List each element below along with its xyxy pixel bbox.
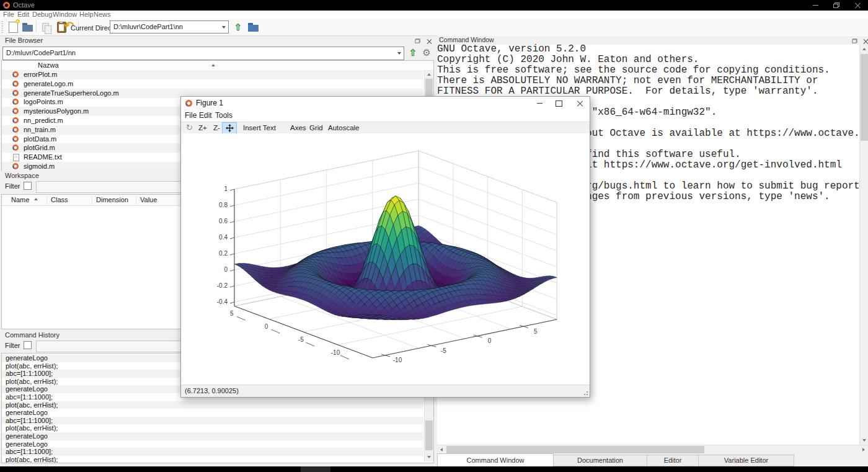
tab-command-window[interactable]: Command Window <box>437 453 554 466</box>
zoom-out-button[interactable]: Z- <box>213 123 220 133</box>
file-row[interactable]: generateLogo.m <box>2 79 423 89</box>
menu-window[interactable]: Window <box>53 11 77 18</box>
open-file-button[interactable] <box>20 20 34 33</box>
history-text: generateLogo <box>6 432 48 440</box>
console-line: There is ABSOLUTELY NO WARRANTY; not eve… <box>437 76 859 86</box>
windows-taskbar[interactable] <box>0 466 868 472</box>
file-browser-title: File Browser <box>5 37 43 44</box>
rotate-tool-icon[interactable]: ↻ <box>186 123 193 132</box>
file-browser-path-combobox[interactable]: D:/mluvr/CodePart1/nn <box>2 47 404 60</box>
file-list-column-header[interactable]: Nazwa <box>2 61 432 71</box>
tab-variable-editor[interactable]: Variable Editor <box>698 455 794 466</box>
history-entry[interactable]: plot(abc, errHist); <box>2 456 423 463</box>
file-row[interactable]: errorPlot.m <box>2 70 423 79</box>
svg-text:5: 5 <box>534 328 538 335</box>
scroll-up-button[interactable] <box>425 70 433 79</box>
history-entry[interactable]: plot(abc, errHist); <box>2 424 423 432</box>
history-entry[interactable]: generateLogo <box>2 409 423 417</box>
history-entry[interactable]: generateLogo <box>2 440 423 448</box>
undock-widget-button[interactable] <box>413 37 422 45</box>
workspace-filter-checkbox[interactable] <box>24 182 32 190</box>
history-entry[interactable]: abc=[1:1:1000]; <box>2 448 423 456</box>
figure-menu-file[interactable]: File <box>185 111 197 120</box>
svg-text:0.4: 0.4 <box>219 234 228 241</box>
file-name: nn_predict.m <box>24 117 63 124</box>
close-button[interactable] <box>847 0 868 11</box>
toolbar-drag-handle[interactable] <box>1 21 3 33</box>
scroll-up-button[interactable] <box>860 45 868 53</box>
menu-edit[interactable]: Edit <box>17 11 29 18</box>
grid-button[interactable]: Grid <box>309 123 323 133</box>
figure-maximize-button[interactable] <box>549 97 568 110</box>
console-line: This is free software; see the source co… <box>437 65 859 76</box>
figure-minimize-button[interactable] <box>530 97 549 110</box>
scroll-left-button[interactable] <box>437 445 446 454</box>
maximize-icon <box>556 100 562 107</box>
history-text: generateLogo <box>6 409 48 416</box>
menu-news[interactable]: News <box>94 11 111 18</box>
file-name: nn_train.m <box>24 126 56 133</box>
figure-close-button[interactable] <box>570 97 589 110</box>
col-name[interactable]: Name <box>11 196 29 203</box>
autoscale-button[interactable]: Autoscale <box>328 123 360 133</box>
scroll-down-button[interactable] <box>860 436 868 445</box>
history-entry[interactable]: generateLogo <box>2 432 423 440</box>
scroll-down-button[interactable] <box>425 453 433 461</box>
menu-file[interactable]: File <box>3 11 14 18</box>
fb-settings-button[interactable]: ⚙ <box>420 46 433 59</box>
scrollbar-thumb[interactable] <box>425 421 433 450</box>
minimize-icon <box>813 5 818 6</box>
figure-menu-tools[interactable]: Tools <box>215 111 232 120</box>
directory-up-button[interactable]: ⇧ <box>231 20 245 33</box>
menu-debug[interactable]: Debug <box>32 11 52 18</box>
command-window-hscrollbar[interactable] <box>437 445 868 454</box>
menu-bar: FileEditDebugWindowHelpNews <box>0 11 868 19</box>
tab-editor[interactable]: Editor <box>647 455 699 466</box>
command-window-title: Command Window <box>439 36 494 43</box>
copy-button[interactable] <box>38 20 52 33</box>
browse-directories-button[interactable] <box>246 20 260 33</box>
axes-button[interactable]: Axes <box>290 123 306 133</box>
close-widget-button[interactable] <box>425 37 433 45</box>
col-value[interactable]: Value <box>140 196 157 203</box>
zoom-in-button[interactable]: Z+ <box>198 123 207 133</box>
open-folder-icon <box>22 25 33 32</box>
file-name: mysteriousPolygon.m <box>24 107 89 115</box>
svg-text:0: 0 <box>224 266 228 273</box>
tab-documentation[interactable]: Documentation <box>553 455 647 466</box>
history-text: generateLogo <box>6 440 48 448</box>
close-icon <box>863 38 868 44</box>
figure-menu-edit[interactable]: Edit <box>199 111 212 120</box>
menu-help[interactable]: Help <box>79 11 94 18</box>
command-window-vscrollbar[interactable] <box>859 45 868 445</box>
scrollbar-thumb[interactable] <box>446 446 704 453</box>
history-filter-checkbox[interactable] <box>24 341 32 349</box>
new-script-button[interactable] <box>6 20 20 33</box>
insert-text-button[interactable]: Insert Text <box>243 123 276 133</box>
svg-text:0.2: 0.2 <box>219 250 228 257</box>
chevron-down-icon[interactable] <box>397 52 401 55</box>
surface-plot[interactable]: -10-50550-5-1010.80.60.40.20-0.2-0.4 <box>181 133 590 385</box>
scrollbar-thumb[interactable] <box>861 54 868 141</box>
close-widget-button[interactable] <box>861 37 868 45</box>
svg-text:-0.4: -0.4 <box>217 298 228 305</box>
restore-button[interactable] <box>826 0 847 11</box>
taskbar-item[interactable] <box>301 466 330 472</box>
resize-grip[interactable] <box>582 390 588 396</box>
fb-directory-up-button[interactable]: ⇧ <box>406 46 420 59</box>
svg-text:-5: -5 <box>441 347 446 354</box>
current-directory-combobox[interactable]: D:\mluvr\CodePart1\nn <box>110 20 229 33</box>
scroll-right-button[interactable] <box>859 445 868 454</box>
col-class[interactable]: Class <box>51 196 68 203</box>
pan-tool-button-selected[interactable] <box>222 122 237 134</box>
figure-title: Figure 1 <box>196 99 223 107</box>
history-entry[interactable]: abc=[1:1:1000]; <box>2 417 423 425</box>
history-entry[interactable]: plot(abc, errHist); <box>2 401 423 409</box>
figure-canvas[interactable]: -10-50550-5-1010.80.60.40.20-0.2-0.4 <box>181 133 590 385</box>
close-icon <box>427 38 432 44</box>
command-window-header: Command Window <box>437 36 868 45</box>
col-dimension[interactable]: Dimension <box>96 196 128 203</box>
minimize-button[interactable] <box>805 0 826 11</box>
svg-text:1: 1 <box>224 185 228 192</box>
chevron-down-icon[interactable] <box>222 26 226 29</box>
